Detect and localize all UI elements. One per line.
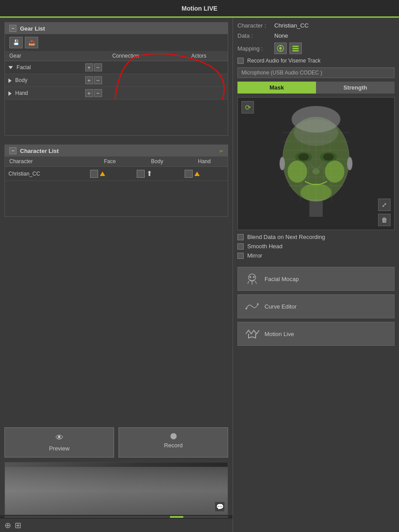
- face-action-icons: ⤢ 🗑: [378, 199, 391, 226]
- curve-editor-icon: [245, 299, 259, 313]
- bottom-icon-2[interactable]: ⊞: [15, 520, 21, 530]
- body-cursor-icon[interactable]: ⬆: [146, 169, 152, 178]
- svg-rect-6: [292, 50, 299, 51]
- actors-col-header: Actors: [170, 51, 228, 61]
- face-warning-icon[interactable]: [100, 172, 105, 176]
- data-label: Data :: [237, 32, 271, 39]
- character-table: Character Face Body Hand Christian_CC: [5, 156, 228, 181]
- right-panel: Character : Christian_CC Data : None Map…: [233, 18, 399, 532]
- bottom-icons-row: ⊕ ⊞: [0, 519, 233, 532]
- mirror-label: Mirror: [247, 252, 262, 259]
- hand-warning-icon[interactable]: [194, 172, 200, 176]
- record-audio-row: Record Audio for Viseme Track: [237, 58, 395, 64]
- blend-data-checkbox[interactable]: [237, 234, 244, 240]
- scrollbar-thumb[interactable]: [170, 516, 183, 518]
- checkbox-options: Blend Data on Next Recording Smooth Head…: [237, 234, 395, 259]
- preview-image: [5, 462, 228, 515]
- svg-rect-4: [292, 46, 299, 47]
- scrollbar-track[interactable]: [4, 516, 228, 518]
- svg-rect-33: [309, 199, 323, 217]
- curve-editor-button[interactable]: Curve Editor: [237, 294, 395, 318]
- tab-mask[interactable]: Mask: [237, 82, 316, 94]
- body-row-label: Body: [15, 77, 27, 83]
- mapping-icon-2[interactable]: [289, 43, 302, 54]
- hand-row-label: Hand: [15, 90, 28, 96]
- motion-live-icon: [245, 327, 259, 341]
- body-add-btn[interactable]: +: [85, 76, 93, 84]
- face-col-header: Face: [87, 156, 133, 167]
- hand-add-btn[interactable]: +: [85, 89, 93, 97]
- svg-point-41: [257, 303, 259, 305]
- body-actors-cell: [170, 74, 228, 87]
- facial-mocap-label: Facial Mocap: [265, 276, 299, 282]
- motion-live-button[interactable]: Motion Live: [237, 322, 395, 346]
- smooth-head-checkbox[interactable]: [237, 243, 244, 250]
- mapping-label: Mapping :: [237, 45, 271, 52]
- character-list-title: Character List: [20, 148, 59, 154]
- smooth-head-label: Smooth Head: [247, 243, 283, 250]
- svg-point-26: [288, 160, 307, 183]
- facial-connection-cell: + −: [82, 61, 170, 74]
- table-row: Body + −: [5, 74, 228, 87]
- character-value: Christian_CC: [274, 22, 308, 29]
- chat-icon[interactable]: 💬: [214, 501, 225, 512]
- left-panel: − Gear List 💾 📤 Gear Connection Actors: [0, 18, 233, 532]
- bottom-scrollbar[interactable]: [0, 515, 233, 519]
- gear-col-header: Gear: [5, 51, 82, 61]
- svg-rect-5: [292, 48, 299, 49]
- svg-point-25: [312, 169, 320, 174]
- record-label: Record: [164, 442, 183, 449]
- face-rotate-icon[interactable]: ⟳: [241, 101, 254, 113]
- hand-col-header: Hand: [181, 156, 228, 167]
- facial-remove-btn[interactable]: −: [94, 63, 102, 71]
- gear-table: Gear Connection Actors Facial: [5, 51, 228, 100]
- svg-point-23: [298, 153, 309, 160]
- table-row: Hand + −: [5, 87, 228, 100]
- character-list-settings-icon[interactable]: ⌐: [220, 147, 223, 154]
- character-label: Character :: [237, 22, 271, 29]
- facial-mocap-button[interactable]: Facial Mocap: [237, 267, 395, 291]
- mirror-checkbox[interactable]: [237, 253, 244, 259]
- tab-strength[interactable]: Strength: [316, 82, 395, 94]
- mirror-row: Mirror: [237, 252, 395, 259]
- svg-point-24: [323, 153, 334, 160]
- connection-col-header: Connection: [82, 51, 170, 61]
- svg-point-35: [249, 276, 251, 278]
- table-row: Christian_CC ⬆: [5, 167, 228, 181]
- export-icon[interactable]: 📤: [25, 37, 38, 48]
- blend-data-row: Blend Data on Next Recording: [237, 234, 395, 240]
- facial-add-btn[interactable]: +: [85, 63, 93, 71]
- preview-area: 💬: [4, 462, 228, 515]
- body-remove-btn[interactable]: −: [94, 76, 102, 84]
- curve-editor-label: Curve Editor: [265, 303, 296, 310]
- facial-row-label: Facial: [16, 64, 31, 70]
- record-audio-checkbox[interactable]: [237, 58, 244, 64]
- title-bar: Motion LIVE: [0, 0, 399, 18]
- face-expand-btn[interactable]: ⤢: [378, 199, 391, 211]
- face-delete-btn[interactable]: 🗑: [378, 214, 391, 226]
- bottom-icon-1[interactable]: ⊕: [4, 520, 11, 530]
- character-list-collapse-btn[interactable]: −: [9, 147, 16, 154]
- gear-list-collapse-btn[interactable]: −: [9, 25, 16, 32]
- char-col-header: Character: [5, 156, 87, 167]
- hand-select-btn[interactable]: [185, 170, 193, 178]
- character-name-cell: Christian_CC: [5, 167, 87, 181]
- mask-strength-tabs: Mask Strength: [237, 82, 395, 94]
- microphone-dropdown[interactable]: Microphone (USB Audio CODEC ): [237, 67, 395, 78]
- bottom-buttons: 👁 Preview Record: [0, 423, 233, 462]
- preview-label: Preview: [49, 445, 69, 452]
- body-select-btn[interactable]: [137, 170, 145, 178]
- svg-point-27: [325, 160, 344, 183]
- hand-remove-btn[interactable]: −: [94, 89, 102, 97]
- face-select-btn[interactable]: [90, 170, 98, 178]
- mapping-icon-1[interactable]: [274, 43, 287, 54]
- save-icon[interactable]: 💾: [9, 37, 23, 48]
- svg-point-28: [300, 184, 332, 201]
- record-button[interactable]: Record: [119, 427, 228, 458]
- gear-table-container: Gear Connection Actors Facial: [5, 51, 228, 100]
- svg-point-32: [347, 157, 352, 170]
- hand-actors-cell: [170, 87, 228, 100]
- preview-button[interactable]: 👁 Preview: [4, 427, 114, 458]
- preview-eye-icon: 👁: [55, 433, 63, 442]
- smooth-head-row: Smooth Head: [237, 243, 395, 250]
